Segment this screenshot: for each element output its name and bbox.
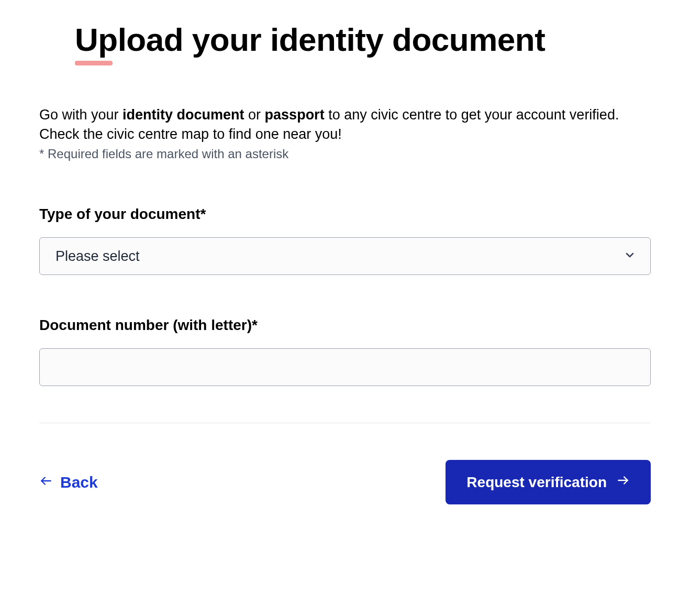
intro-text: Go with your identity document or passpo… — [39, 105, 651, 144]
doc-type-label: Type of your document* — [39, 206, 651, 223]
request-verification-button[interactable]: Request verification — [446, 460, 651, 504]
actions-row: Back Request verification — [39, 460, 651, 504]
intro-line1-prefix: Go with your — [39, 107, 123, 123]
doc-number-label: Document number (with letter)* — [39, 317, 651, 334]
doc-type-section: Type of your document* Please select — [39, 206, 651, 275]
submit-label: Request verification — [466, 474, 607, 491]
doc-type-select-wrap: Please select — [39, 237, 651, 275]
intro-bold-passport: passport — [265, 107, 325, 123]
required-fields-note: * Required fields are marked with an ast… — [39, 147, 651, 161]
page-title: Upload your identity document — [75, 21, 545, 58]
intro-line2: Check the civic centre map to find one n… — [39, 126, 342, 142]
arrow-left-icon — [39, 474, 53, 491]
doc-number-input[interactable] — [39, 348, 651, 386]
doc-type-select[interactable]: Please select — [39, 237, 651, 275]
separator — [39, 423, 651, 423]
intro-line1-suffix: to any civic centre to get your account … — [325, 107, 619, 123]
intro-line1-mid: or — [244, 107, 265, 123]
intro-bold-identity: identity document — [123, 107, 244, 123]
arrow-right-icon — [616, 474, 630, 491]
doc-number-section: Document number (with letter)* — [39, 317, 651, 386]
back-button[interactable]: Back — [39, 474, 98, 491]
back-label: Back — [60, 474, 98, 491]
